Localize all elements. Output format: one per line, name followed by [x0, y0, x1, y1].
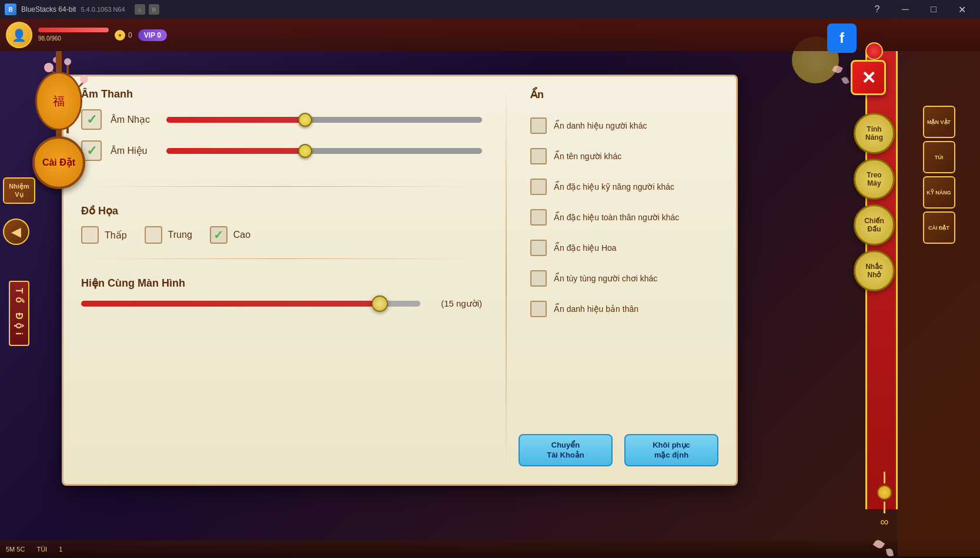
an-option-6[interactable]: Ẩn danh hiệu bản thân: [530, 297, 718, 321]
an-option-5[interactable]: Ẩn tùy tùng người chơi khác: [530, 267, 718, 290]
an-option-1[interactable]: Ẩn tên người khác: [530, 144, 718, 168]
am-hieu-slider[interactable]: [166, 145, 482, 157]
an-option-0[interactable]: Ẩn danh hiệu người khác: [530, 114, 718, 137]
an-label-3: Ẩn đặc hiệu toàn thân người khác: [554, 213, 679, 222]
divider-2: [81, 258, 482, 259]
close-settings-button[interactable]: ✕: [851, 60, 886, 95]
an-label-2: Ẩn đặc hiệu kỹ năng người khác: [554, 182, 674, 191]
am-nhac-track: [166, 117, 482, 123]
cao-checkbox[interactable]: ✓: [210, 226, 228, 244]
settings-right: Ẩn Ẩn danh hiệu người khác Ẩn tên người …: [530, 88, 718, 472]
am-nhac-row: ✓ Âm Nhạc: [81, 109, 482, 130]
bottom-stat-2: TÚI: [36, 546, 47, 553]
an-checkbox-1[interactable]: [530, 148, 547, 164]
thap-checkbox[interactable]: [81, 226, 99, 244]
tui-button[interactable]: TÚI: [923, 141, 955, 173]
an-option-4[interactable]: Ẩn đặc hiệu Hoa: [530, 236, 718, 260]
graphics-section: Đồ Họa Thấp Trung ✓: [81, 204, 482, 244]
man-vat-button[interactable]: MẶN VẬT: [923, 106, 955, 138]
an-checkbox-3[interactable]: [530, 209, 547, 226]
am-nhac-slider[interactable]: [166, 114, 482, 126]
to-doi-button[interactable]: Tổ Đội: [9, 281, 29, 345]
treo-may-button[interactable]: Treo Máy: [854, 159, 895, 200]
khoi-phuc-button[interactable]: Khôi phục mặc định: [624, 434, 718, 466]
hp-bar: [38, 28, 109, 32]
avatar: 👤: [6, 22, 32, 48]
an-option-2[interactable]: Ẩn đặc hiệu kỹ năng người khác: [530, 175, 718, 199]
lantern-area: 福: [35, 51, 82, 148]
chuyen-tai-khoan-button[interactable]: Chuyển Tài Khoản: [519, 434, 613, 466]
bottom-bar: 5M 5C TÚI 1: [0, 540, 980, 558]
an-checkbox-4[interactable]: [530, 240, 547, 256]
close-button[interactable]: ✕: [948, 0, 975, 19]
copy-icon[interactable]: ⎘: [149, 4, 159, 15]
display-track[interactable]: [81, 301, 420, 307]
an-checkbox-0[interactable]: [530, 117, 547, 134]
an-label-1: Ẩn tên người khác: [554, 152, 621, 161]
lantern-body: 福: [35, 72, 82, 130]
cai-dat-sign[interactable]: Cài Đặt: [32, 136, 85, 189]
titlebar: B BlueStacks 64-bit 5.4.0.1063 N64 ⌂ ⎘ ?…: [0, 0, 980, 19]
am-nhac-thumb[interactable]: [298, 113, 312, 127]
facebook-button[interactable]: f: [827, 23, 857, 53]
titlebar-controls: ? ─ □ ✕: [864, 0, 975, 19]
nhac-nho-button[interactable]: Nhắc Nhở: [854, 250, 895, 291]
scroll-decoration: ∞: [877, 472, 892, 529]
ky-nang-button[interactable]: KỸ NĂNG: [923, 176, 955, 209]
tinh-nang-button[interactable]: Tính Năng: [854, 113, 895, 154]
far-right-panel: MẶN VẬT TÚI KỸ NĂNG CÀI ĐẶT: [898, 51, 980, 556]
left-nav-arrow[interactable]: ◀: [3, 219, 29, 245]
scroll-ball: [877, 485, 892, 500]
display-title: Hiện Cùng Màn Hình: [81, 277, 482, 290]
divider-1: [81, 186, 482, 187]
vip-badge: VIP 0: [138, 29, 167, 41]
an-checkbox-2[interactable]: [530, 179, 547, 195]
infinity-symbol: ∞: [880, 515, 888, 529]
trung-label: Trung: [168, 230, 192, 240]
bottom-stat-1: 5M 5C: [6, 546, 25, 553]
an-option-3[interactable]: Ẩn đặc hiệu toàn thân người khác: [530, 206, 718, 229]
am-hieu-thumb[interactable]: [298, 144, 312, 158]
display-thumb[interactable]: [372, 295, 388, 312]
lantern-string: [56, 51, 62, 72]
display-slider-row: (15 người): [81, 298, 482, 309]
coin-icon: ●: [115, 30, 125, 41]
help-button[interactable]: ?: [864, 0, 891, 19]
bottom-stat-3: 1: [59, 546, 62, 553]
trung-checkbox[interactable]: [145, 226, 162, 244]
minimize-button[interactable]: ─: [892, 0, 919, 19]
checkmark-icon-2: ✓: [86, 143, 97, 159]
cai-dat-right-button[interactable]: CÀI ĐẶT: [923, 211, 955, 244]
nhiem-vu-button[interactable]: Nhiệm Vụ: [3, 177, 35, 204]
maximize-button[interactable]: □: [920, 0, 947, 19]
scroll-line-top: [884, 472, 885, 483]
sound-title: Âm Thanh: [81, 88, 482, 100]
checkmark-icon: ✓: [86, 112, 97, 127]
an-label-0: Ẩn danh hiệu người khác: [554, 121, 647, 130]
graphics-cao[interactable]: ✓ Cao: [210, 226, 250, 244]
titlebar-title: BlueStacks 64-bit: [21, 5, 76, 14]
top-bar: 👤 98.0/960 ● 0 VIP 0 f: [0, 19, 980, 51]
am-nhac-checkbox[interactable]: ✓: [81, 109, 102, 130]
vertical-divider: [506, 88, 507, 472]
graphics-thap[interactable]: Thấp: [81, 226, 127, 244]
hp-text: 98.0/960: [38, 35, 61, 42]
an-label-6: Ẩn danh hiệu bản thân: [554, 304, 638, 314]
am-hieu-track: [166, 148, 482, 154]
chien-dau-button[interactable]: Chiến Đấu: [854, 204, 895, 246]
display-value: (15 người): [441, 298, 482, 309]
gold-stat: ● 0: [115, 30, 132, 41]
graphics-trung[interactable]: Trung: [145, 226, 192, 244]
right-nav-buttons: Tính Năng Treo Máy Chiến Đấu Nhắc Nhở: [854, 113, 895, 291]
thap-label: Thấp: [105, 230, 127, 241]
settings-left: Âm Thanh ✓ Âm Nhạc ✓: [81, 88, 482, 472]
an-title: Ẩn: [530, 88, 718, 101]
home-icon[interactable]: ⌂: [135, 4, 145, 15]
am-nhac-label: Âm Nhạc: [111, 114, 158, 125]
hp-fill: [38, 28, 109, 32]
titlebar-icons: ⌂ ⎘: [135, 4, 159, 15]
an-checkbox-6[interactable]: [530, 301, 547, 317]
hp-container: 98.0/960: [38, 28, 109, 43]
scroll-line-bottom: [884, 502, 885, 513]
an-checkbox-5[interactable]: [530, 270, 547, 287]
